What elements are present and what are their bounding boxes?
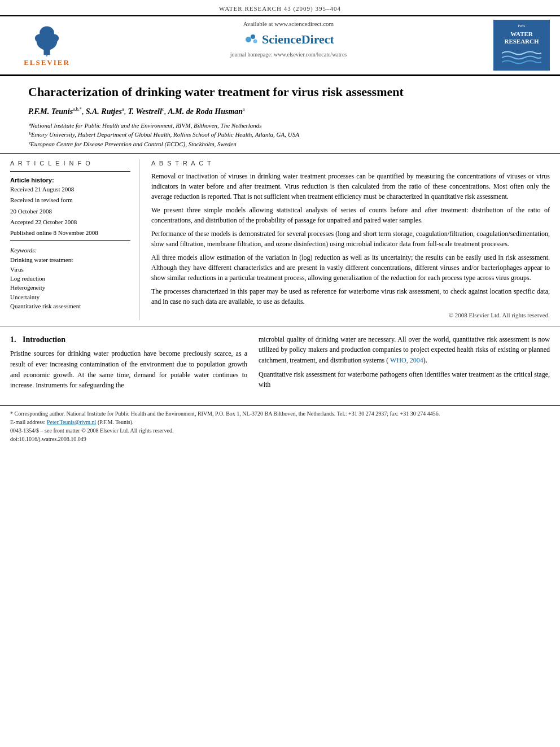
available-text: Available at www.sciencedirect.com (243, 20, 334, 28)
article-info-title: A R T I C L E I N F O (10, 159, 130, 168)
author-teunis: P.F.M. Teunis (28, 107, 73, 116)
footer-notes: * Corresponding author. National Institu… (0, 405, 560, 447)
abstract-para2: We present three simple models allowing … (151, 205, 550, 225)
keywords-divider (10, 240, 130, 241)
journal-homepage: journal homepage: www.elsevier.com/locat… (230, 51, 347, 59)
email-label: E-mail address: (10, 419, 45, 425)
intro-right-text2: Quantitative risk assessment for waterbo… (259, 369, 550, 390)
journal-name: WATER RESEARCH 43 (2009) 395–404 (219, 5, 341, 12)
article-title: Characterization of drinking water treat… (28, 84, 532, 101)
top-bar: ELSEVIER Available at www.sciencedirect.… (0, 15, 560, 75)
intro-left-text: Pristine sources for drinking water prod… (10, 348, 247, 390)
who-ref-link[interactable]: WHO, 2004 (390, 356, 423, 364)
abstract-section: A B S T R A C T Removal or inactivation … (151, 159, 550, 320)
sciencedirect-logo: ScienceDirect (243, 31, 334, 49)
body-columns: 1. Introduction Pristine sources for dri… (10, 334, 550, 394)
main-body: 1. Introduction Pristine sources for dri… (0, 326, 560, 394)
article-info-abstract: A R T I C L E I N F O Article history: R… (0, 154, 560, 326)
author-westrell: T. Westrell (128, 107, 161, 116)
intro-number: 1. (10, 335, 16, 344)
title-section: Characterization of drinking water treat… (0, 75, 560, 154)
article-info-divider (10, 171, 130, 172)
kw3: Log reduction (10, 274, 130, 283)
wr-waves-icon (502, 47, 541, 67)
author-rutjes: S.A. Rutjes (86, 107, 122, 116)
svg-point-8 (246, 37, 251, 42)
kw1: Drinking water treatment (10, 256, 130, 264)
svg-point-4 (49, 34, 59, 43)
issn-line: 0043-1354/$ – see front matter © 2008 El… (10, 426, 550, 435)
affiliations: ᵃNational Institute for Public Health an… (28, 121, 532, 149)
intro-title: Introduction (23, 335, 65, 344)
sciencedirect-text: ScienceDirect (262, 31, 334, 49)
kw4: Heterogeneity (10, 283, 130, 292)
journal-header: WATER RESEARCH 43 (2009) 395–404 (0, 0, 560, 15)
history-label: Article history: (10, 176, 130, 185)
keywords-label: Keywords: (10, 246, 130, 255)
doi-line: doi:10.1016/j.watres.2008.10.049 (10, 435, 550, 443)
accepted: Accepted 22 October 2008 (10, 218, 130, 226)
center-logos: Available at www.sciencedirect.com Scien… (84, 20, 493, 58)
abstract-para4: All three models allow estimation of the… (151, 252, 550, 283)
water-research-logo: IWA WATERRESEARCH (493, 20, 550, 71)
abstract-para1: Removal or inactivation of viruses in dr… (151, 171, 550, 202)
article-info: A R T I C L E I N F O Article history: R… (10, 159, 140, 320)
body-col-left: 1. Introduction Pristine sources for dri… (10, 334, 247, 394)
intro-right-text1: microbial quality of drinking water are … (259, 334, 550, 366)
affiliation-c: ᶜEuropean Centre for Disease Prevention … (28, 139, 532, 149)
elsevier-tree-icon (24, 23, 69, 56)
svg-point-9 (251, 34, 255, 39)
revised-date: 20 October 2008 (10, 207, 130, 216)
affiliation-b: ᵇEmory University, Hubert Department of … (28, 130, 532, 139)
author-husman: A.M. de Roda Husman (168, 107, 243, 116)
elsevier-text: ELSEVIER (24, 58, 70, 68)
email-rest: (P.F.M. Teunis). (98, 419, 134, 425)
kw6: Quantitative risk assessment (10, 302, 130, 311)
kw2: Virus (10, 265, 130, 274)
svg-point-10 (253, 40, 257, 43)
email-line: E-mail address: Peter.Teunis@rivm.nl (P.… (10, 418, 550, 426)
received: Received 21 August 2008 (10, 185, 130, 194)
abstract-para5: The processes characterized in this pape… (151, 286, 550, 307)
authors: P.F.M. Teunisa,b,*, S.A. Rutjesa, T. Wes… (28, 106, 532, 117)
intro-heading: 1. Introduction (10, 334, 247, 346)
email-link[interactable]: Peter.Teunis@rivm.nl (47, 419, 96, 425)
copyright: © 2008 Elsevier Ltd. All rights reserved… (151, 311, 550, 320)
kw5: Uncertainty (10, 293, 130, 302)
abstract-para3: Performance of these models is demonstra… (151, 229, 550, 249)
keywords-section: Keywords: Drinking water treatment Virus… (10, 246, 130, 311)
svg-point-3 (35, 34, 45, 43)
body-col-right: microbial quality of drinking water are … (259, 334, 550, 394)
wr-title: WATERRESEARCH (504, 30, 539, 45)
abstract-title: A B S T R A C T (151, 159, 550, 168)
sd-icon (243, 31, 260, 48)
affiliation-a: ᵃNational Institute for Public Health an… (28, 121, 532, 130)
elsevier-logo: ELSEVIER (10, 20, 84, 71)
received-revised-label: Received in revised form (10, 196, 130, 204)
published: Published online 8 November 2008 (10, 229, 130, 237)
corresponding-note: * Corresponding author. National Institu… (10, 409, 550, 418)
